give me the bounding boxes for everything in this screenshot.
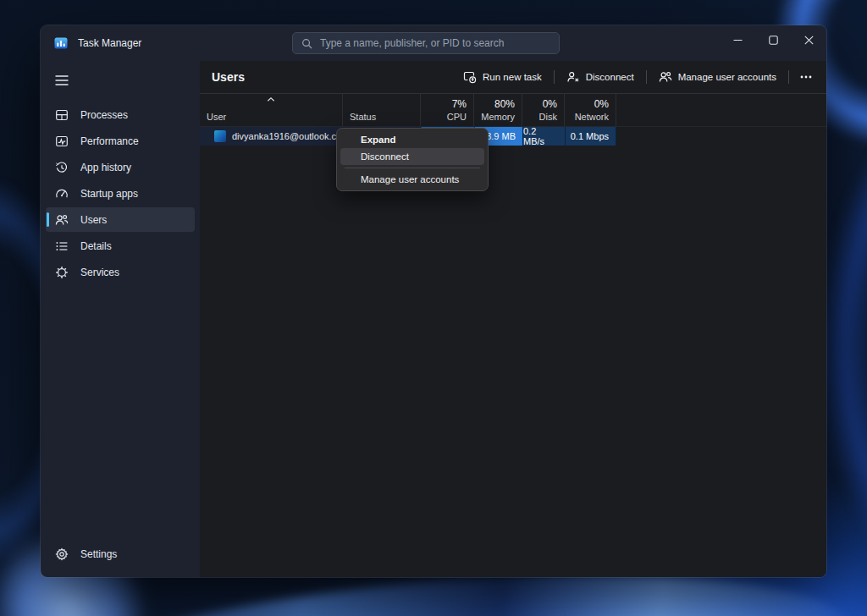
task-manager-window: Task Manager [41, 25, 826, 577]
toolbar-separator [646, 70, 647, 84]
task-manager-app-icon [54, 36, 68, 50]
column-label: Network [575, 112, 609, 122]
user-name: divyanka1916@outlook.co... [232, 131, 349, 141]
window-title: Task Manager [78, 37, 141, 49]
sidebar-item-label: App history [80, 162, 131, 173]
sidebar-item-label: Users [80, 214, 107, 226]
table-row[interactable]: divyanka1916@outlook.co... 73.9 MB 0.2 M… [200, 127, 826, 146]
sidebar-item-performance[interactable]: Performance [46, 129, 195, 153]
sidebar-item-users[interactable]: Users [46, 207, 195, 232]
search-box[interactable] [292, 32, 560, 54]
disk-cell: 0.2 MB/s [522, 127, 565, 146]
sidebar-item-services[interactable]: Services [46, 260, 195, 284]
column-total-value: 0% [543, 98, 557, 110]
manage-accounts-icon [659, 70, 672, 84]
sidebar-item-label: Processes [80, 109, 128, 121]
column-label: User [207, 112, 335, 122]
sidebar-item-label: Startup apps [80, 188, 138, 200]
run-new-task-icon [463, 70, 477, 84]
column-total-value: 7% [452, 98, 467, 110]
sidebar: Processes Performance App history [41, 61, 200, 577]
toolbar-separator [788, 70, 789, 84]
close-button[interactable] [791, 25, 826, 54]
sidebar-item-processes[interactable]: Processes [46, 102, 195, 127]
performance-icon [55, 135, 69, 148]
sidebar-item-details[interactable]: Details [46, 234, 195, 258]
users-icon [55, 213, 69, 227]
page-title: Users [212, 70, 245, 84]
sidebar-item-label: Performance [80, 135, 139, 147]
caption-buttons [720, 25, 826, 54]
toolbar-button-label: Run new task [483, 72, 542, 82]
more-options-button[interactable] [792, 65, 820, 89]
page-header: Users Run new task [200, 61, 826, 93]
column-total-value: 80% [494, 98, 515, 110]
minimize-button[interactable] [720, 25, 755, 54]
toolbar: Run new task Disconnect [455, 65, 820, 89]
sort-ascending-icon [268, 97, 275, 102]
details-icon [55, 239, 69, 253]
context-menu-item-disconnect[interactable]: Disconnect [340, 148, 484, 165]
run-new-task-button[interactable]: Run new task [455, 65, 550, 89]
column-total-value: 0% [594, 98, 609, 110]
search-icon [301, 38, 312, 49]
toolbar-button-label: Manage user accounts [678, 72, 776, 82]
disconnect-button[interactable]: Disconnect [558, 65, 643, 89]
sidebar-item-label: Settings [80, 548, 117, 560]
column-label: Status [350, 112, 413, 122]
table-header: User Status 7% CPU 80% Memory 0% Disk [200, 93, 826, 127]
selected-accent-bar [47, 212, 49, 227]
user-avatar [214, 130, 226, 142]
hamburger-icon [55, 75, 69, 85]
network-cell: 0.1 Mbps [565, 127, 616, 146]
ellipsis-icon [800, 75, 812, 79]
context-menu-item-expand[interactable]: Expand [340, 131, 484, 148]
disconnect-icon [566, 70, 580, 84]
main-panel: Users Run new task [200, 61, 826, 577]
search-input[interactable] [320, 37, 550, 49]
column-label: Memory [481, 112, 515, 122]
manage-user-accounts-button[interactable]: Manage user accounts [650, 65, 785, 89]
services-icon [55, 266, 69, 279]
app-history-icon [55, 161, 69, 174]
maximize-button[interactable] [755, 25, 791, 54]
navigation-toggle-button[interactable] [46, 68, 195, 93]
toolbar-separator [554, 70, 555, 84]
context-menu-separator [345, 168, 480, 168]
column-header-disk[interactable]: 0% Disk [522, 94, 565, 126]
column-label: CPU [447, 112, 467, 122]
toolbar-button-label: Disconnect [586, 72, 634, 82]
sidebar-item-app-history[interactable]: App history [46, 155, 195, 179]
column-header-status[interactable]: Status [343, 94, 421, 126]
settings-gear-icon [55, 547, 69, 561]
table-empty-area [200, 146, 826, 577]
sidebar-item-label: Details [80, 240, 112, 252]
sidebar-item-label: Services [80, 267, 119, 278]
sidebar-item-settings[interactable]: Settings [46, 542, 195, 566]
context-menu: Expand Disconnect Manage user accounts [336, 128, 489, 191]
column-header-cpu[interactable]: 7% CPU [421, 94, 474, 126]
user-cell: divyanka1916@outlook.co... [200, 127, 343, 146]
column-header-user[interactable]: User [200, 94, 343, 126]
column-label: Disk [539, 112, 557, 122]
processes-icon [55, 108, 69, 122]
sidebar-item-startup-apps[interactable]: Startup apps [46, 181, 195, 206]
context-menu-item-manage-user-accounts[interactable]: Manage user accounts [340, 171, 484, 188]
titlebar: Task Manager [41, 25, 826, 61]
startup-apps-icon [55, 187, 69, 201]
column-header-memory[interactable]: 80% Memory [474, 94, 522, 126]
column-header-network[interactable]: 0% Network [565, 94, 616, 126]
